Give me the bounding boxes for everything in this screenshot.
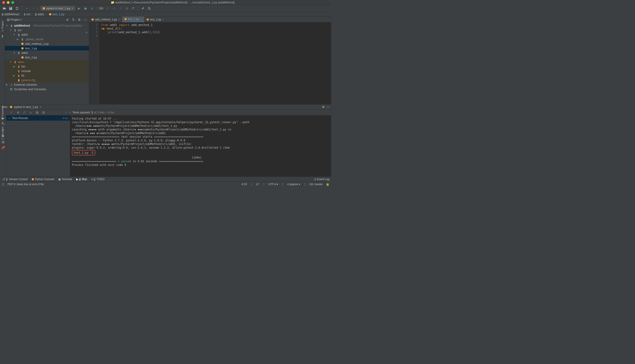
status-message[interactable]: PEP 8: blank line at end of file: [8, 183, 44, 186]
tree-folder-bin[interactable]: ▶▮ bin: [5, 64, 89, 68]
folder-icon: ▮: [21, 38, 24, 41]
run-header: Run: ⬢ pytest in test_1.py × ✿ —: [0, 104, 331, 110]
test-results-root[interactable]: ✓ Test Results 4 ms: [6, 116, 70, 121]
version-control-tab[interactable]: ⎇9: Version Control: [2, 178, 28, 181]
minimize-window-button[interactable]: [7, 1, 10, 4]
play-icon: ▶: [76, 178, 78, 181]
vcs-push-button[interactable]: ↗: [118, 6, 123, 11]
status-separator: ⋮: [250, 183, 253, 186]
debug-button[interactable]: [83, 6, 88, 11]
collapse-all-button[interactable]: ⊟: [41, 110, 46, 114]
run-gutter-icon[interactable]: ▶: [86, 30, 87, 34]
sort-duration-button[interactable]: ↓ₜ: [29, 110, 33, 114]
lock-icon[interactable]: 🔒: [326, 183, 329, 186]
tree-folder-add2[interactable]: ▼▮ add2: [5, 50, 89, 55]
git-branch[interactable]: Git: master: [309, 183, 323, 186]
tree-folder-add1[interactable]: ▼▮ add1: [5, 32, 89, 37]
chevron-down-icon: ▾: [72, 6, 73, 10]
maximize-window-button[interactable]: [11, 1, 14, 4]
sync-button[interactable]: [15, 6, 20, 11]
tree-file-add-method-1[interactable]: ⬢ add_method_1.py: [5, 41, 89, 46]
stop-button[interactable]: ■: [89, 6, 94, 11]
save-all-button[interactable]: [8, 6, 13, 11]
locate-button[interactable]: ⊕: [65, 18, 69, 22]
tree-file-test-1[interactable]: ⬢ test_1.py: [5, 46, 89, 50]
close-tab-icon[interactable]: ×: [162, 18, 164, 21]
folder-icon: ▮: [17, 65, 21, 68]
project-tree[interactable]: ▼▮ addMethod~/Documents/PycharmProject/a…: [5, 23, 89, 104]
editor-tab-test-1[interactable]: ⬢ test_1.py ×: [122, 16, 144, 22]
editor-tab-test-2[interactable]: ⬢ test_2.py ×: [144, 17, 166, 22]
indent-selector[interactable]: 4 spaces ▾: [287, 183, 300, 186]
editor-body[interactable]: 1 2 ▶3 4 from add1 import add_method_1 d…: [89, 22, 331, 104]
expand-button[interactable]: ⇅: [71, 18, 75, 22]
settings-button[interactable]: [140, 6, 145, 11]
project-header-title: Project: [11, 18, 20, 21]
prev-failed-button[interactable]: ↑: [48, 110, 52, 114]
project-tab[interactable]: 1: Project: [1, 19, 4, 33]
terminal-tab[interactable]: ▣Terminal: [58, 178, 72, 181]
tree-scratches[interactable]: ◩ Scratches and Consoles: [5, 87, 89, 91]
next-failed-button[interactable]: ↓: [54, 110, 58, 114]
encoding-selector[interactable]: UTF-8 ▾: [268, 183, 278, 186]
close-tab-icon[interactable]: ×: [118, 18, 120, 21]
tree-folder-lib[interactable]: ▶▮ lib: [5, 73, 89, 78]
vcs-update-button[interactable]: ✓: [105, 6, 110, 11]
tree-folder-pytest-cache[interactable]: ▶▮ .pytest_cache: [5, 37, 89, 41]
vcs-rollback-button[interactable]: ↶: [131, 6, 136, 11]
gear-icon[interactable]: ✿: [77, 18, 81, 22]
tree-file-pyvenv[interactable]: ▮ pyvenv.cfg: [5, 78, 89, 82]
hide-button[interactable]: —: [326, 105, 329, 108]
editor-gutter[interactable]: 1 2 ▶3 4: [89, 22, 99, 104]
close-tab-icon[interactable]: ×: [140, 18, 142, 20]
tree-file-test-2[interactable]: ⬢ test_2.py: [5, 55, 89, 60]
check-icon: ✓: [69, 111, 71, 114]
vcs-commit-button[interactable]: ✓: [111, 6, 116, 11]
open-button[interactable]: [2, 6, 7, 11]
chevron-down-icon[interactable]: ▾: [21, 18, 22, 21]
back-button[interactable]: ←: [24, 6, 29, 11]
close-window-button[interactable]: [2, 1, 5, 4]
breadcrumb-item[interactable]: ▮src: [24, 12, 30, 16]
gear-icon[interactable]: ✿: [322, 105, 325, 108]
event-log-icon: ◷: [314, 178, 316, 181]
breadcrumb-item[interactable]: ▮add1: [35, 12, 44, 16]
run-config-selector[interactable]: ⬢ pytest in test_1.py ▾: [41, 6, 75, 11]
sort-button[interactable]: ↓ᵃ: [22, 110, 26, 114]
run-tab[interactable]: ▶4: Run: [76, 178, 87, 181]
editor-tab-add-method-1[interactable]: ⬢ add_method_1.py ×: [89, 17, 122, 22]
hide-button[interactable]: —: [83, 18, 87, 22]
cursor-position[interactable]: 4:33: [241, 183, 247, 186]
code-area[interactable]: from add1 import add_method_1 d● test_1(…: [99, 22, 331, 104]
tree-folder-src[interactable]: ▼▮ src: [5, 28, 89, 32]
breadcrumb-item[interactable]: ⬢test_1.py: [49, 12, 64, 16]
console-output[interactable]: Testing started at 16:47 ... /usr/local/…: [70, 116, 331, 176]
structure-tab[interactable]: 7: Structure: [1, 126, 4, 141]
status-icon[interactable]: ▢: [2, 183, 4, 186]
event-log-tab[interactable]: ◷Event Log: [314, 178, 329, 181]
folder-icon: ▮: [13, 60, 17, 64]
favorites-tab[interactable]: 2: Favorites: [1, 104, 4, 120]
libraries-icon: ⫼: [10, 83, 13, 86]
project-tool-window: ▤ Project ▾ ⊕ ⇅ ✿ — ▼▮ addMethod~/Docume…: [5, 17, 89, 104]
project-header: ▤ Project ▾ ⊕ ⇅ ✿ —: [5, 17, 89, 23]
tree-root[interactable]: ▼▮ addMethod~/Documents/PycharmProject/a…: [5, 23, 89, 28]
vcs-history-button[interactable]: ◷: [124, 6, 129, 11]
forward-button[interactable]: →: [31, 6, 36, 11]
breadcrumb-item[interactable]: ▮addMethod: [2, 12, 19, 16]
show-ignored-button[interactable]: ⊘: [16, 110, 20, 114]
line-separator[interactable]: LF: [256, 183, 259, 186]
python-console-tab[interactable]: ⬢Python Console: [32, 178, 54, 181]
folder-icon: ▮: [10, 24, 13, 27]
search-everywhere-button[interactable]: [147, 6, 152, 11]
tree-folder-include[interactable]: ▮ include: [5, 68, 89, 73]
pytest-icon: ⬢: [43, 6, 45, 10]
expand-all-button[interactable]: ⊞: [35, 110, 39, 114]
todo-tab[interactable]: ≡6: TODO: [91, 178, 105, 181]
run-button[interactable]: ▶: [77, 6, 82, 11]
test-results-tree[interactable]: ✓ Test Results 4 ms: [6, 116, 70, 176]
tree-folder-venv[interactable]: ▼▮ venv: [5, 60, 89, 64]
tree-external-libraries[interactable]: ▶⫼ External Libraries: [5, 82, 89, 87]
show-passed-button[interactable]: ✓: [10, 110, 14, 114]
close-run-tab-icon[interactable]: ×: [40, 105, 42, 108]
